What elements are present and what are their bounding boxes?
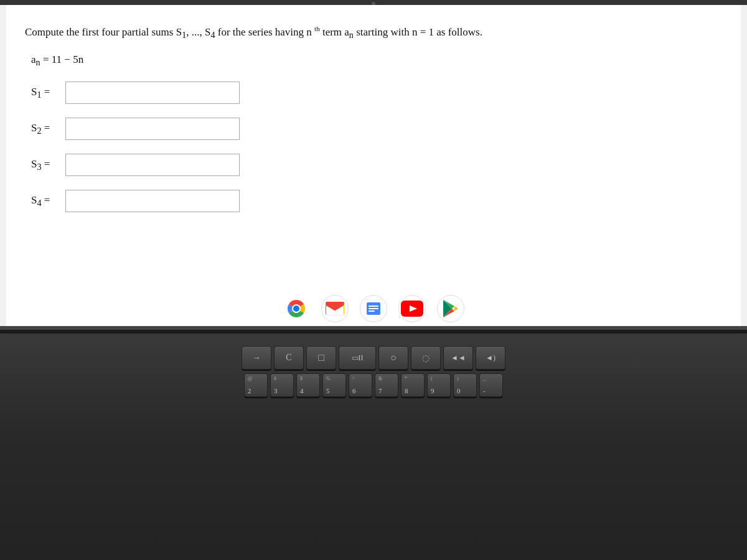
s3-label: S3 =	[31, 158, 65, 172]
problem-statement: Compute the first four partial sums S1, …	[25, 24, 716, 42]
key-0[interactable]: ) 0	[453, 373, 477, 397]
problem-content: Compute the first four partial sums S1, …	[6, 5, 741, 326]
circle-key[interactable]: ○	[378, 346, 408, 370]
s1-label: S1 =	[31, 86, 65, 100]
key-8[interactable]: * 8	[401, 373, 425, 397]
s1-row: S1 =	[31, 82, 716, 104]
screen-content: Compute the first four partial sums S1, …	[6, 5, 741, 326]
svg-point-2	[293, 306, 299, 312]
key-5[interactable]: % 5	[322, 373, 346, 397]
arrow-key[interactable]: →	[242, 346, 271, 370]
top-key-row: → C □ ▭II ○ ◌ ◄◄ ◄)	[31, 346, 716, 370]
chrome-icon[interactable]	[283, 295, 310, 322]
laptop-screen: Compute the first four partial sums S1, …	[0, 0, 747, 330]
square-key[interactable]: □	[306, 346, 336, 370]
youtube-icon[interactable]	[398, 295, 426, 322]
screen-bezel	[0, 0, 747, 5]
s2-input[interactable]	[65, 118, 240, 140]
gmail-icon[interactable]	[321, 295, 349, 322]
s2-label: S2 =	[31, 122, 65, 136]
c-key[interactable]: C	[274, 346, 304, 370]
laptop-body: → C □ ▭II ○ ◌ ◄◄ ◄) @ 2 # 3 $ 4 %	[0, 334, 747, 560]
svg-rect-5	[369, 306, 378, 307]
play-store-icon[interactable]	[437, 295, 464, 322]
docs-icon[interactable]	[360, 295, 387, 322]
dock	[283, 295, 464, 322]
split-key[interactable]: ▭II	[339, 346, 376, 370]
key-minus[interactable]: _ -	[479, 373, 503, 397]
formula-display: an = 11 − 5n	[31, 54, 716, 68]
rewind-key[interactable]: ◄◄	[443, 346, 473, 370]
s3-row: S3 =	[31, 154, 716, 176]
key-2[interactable]: @ 2	[244, 373, 268, 397]
key-3[interactable]: # 3	[270, 373, 294, 397]
volume-down-key[interactable]: ◄)	[476, 346, 505, 370]
key-7[interactable]: & 7	[375, 373, 398, 397]
svg-marker-13	[454, 306, 458, 311]
key-9[interactable]: ( 9	[427, 373, 451, 397]
key-4[interactable]: $ 4	[296, 373, 320, 397]
number-row: @ 2 # 3 $ 4 % 5 ^ 6 & 7	[31, 373, 716, 397]
svg-rect-7	[369, 310, 375, 312]
dotted-circle-key[interactable]: ◌	[411, 346, 441, 370]
s1-input[interactable]	[65, 82, 240, 104]
s2-row: S2 =	[31, 118, 716, 140]
keyboard: → C □ ▭II ○ ◌ ◄◄ ◄) @ 2 # 3 $ 4 %	[31, 346, 716, 401]
s4-label: S4 =	[31, 194, 65, 208]
s4-row: S4 =	[31, 190, 716, 212]
s4-input[interactable]	[65, 190, 240, 212]
s3-input[interactable]	[65, 154, 240, 176]
svg-rect-6	[369, 308, 378, 309]
key-6[interactable]: ^ 6	[349, 373, 372, 397]
